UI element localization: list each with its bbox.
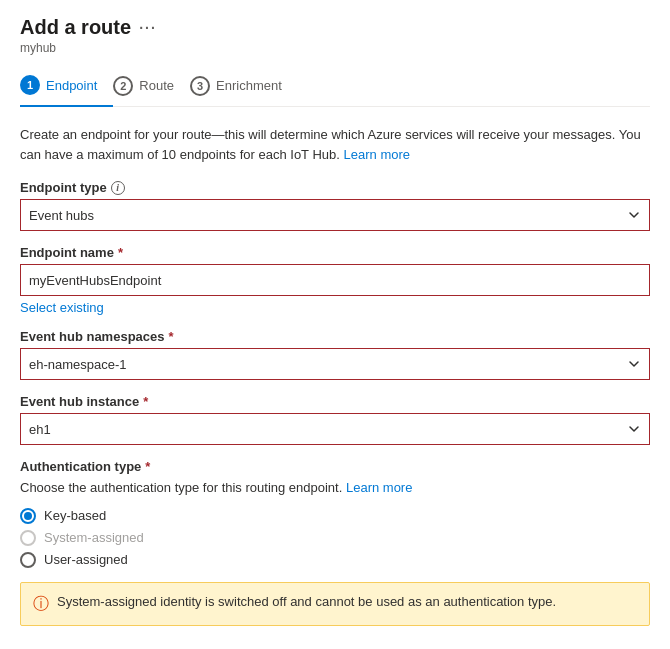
endpoint-type-label: Endpoint type i xyxy=(20,180,650,195)
auth-description: Choose the authentication type for this … xyxy=(20,478,650,498)
event-hub-namespaces-chevron[interactable] xyxy=(618,348,650,380)
step-route-label: Route xyxy=(139,78,174,93)
step-enrichment-circle: 3 xyxy=(190,76,210,96)
event-hub-namespaces-wrapper: eh-namespace-1 xyxy=(20,348,650,380)
step-route[interactable]: 2 Route xyxy=(113,68,190,106)
warning-banner: ⓘ System-assigned identity is switched o… xyxy=(20,582,650,626)
title-text: Add a route xyxy=(20,16,131,39)
endpoint-name-input[interactable] xyxy=(20,264,650,296)
step-endpoint[interactable]: 1 Endpoint xyxy=(20,67,113,107)
learn-more-link[interactable]: Learn more xyxy=(344,147,410,162)
page-title: Add a route ··· xyxy=(20,16,650,39)
radio-user-assigned-circle xyxy=(20,552,36,568)
radio-system-assigned-circle xyxy=(20,530,36,546)
radio-key-based-label: Key-based xyxy=(44,508,106,523)
description: Create an endpoint for your route—this w… xyxy=(20,125,650,164)
select-existing-link[interactable]: Select existing xyxy=(20,300,104,315)
radio-system-assigned: System-assigned xyxy=(20,530,650,546)
endpoint-type-select[interactable]: Event hubs xyxy=(20,199,650,231)
ellipsis-menu[interactable]: ··· xyxy=(139,20,157,36)
endpoint-name-group: Endpoint name * Select existing xyxy=(20,245,650,315)
auth-radio-group: Key-based System-assigned User-assigned xyxy=(20,508,650,568)
endpoint-type-info-icon[interactable]: i xyxy=(111,181,125,195)
radio-user-assigned[interactable]: User-assigned xyxy=(20,552,650,568)
step-enrichment-label: Enrichment xyxy=(216,78,282,93)
endpoint-type-wrapper: Event hubs xyxy=(20,199,650,231)
event-hub-namespaces-select[interactable]: eh-namespace-1 xyxy=(20,348,650,380)
warning-icon: ⓘ xyxy=(33,594,49,615)
event-hub-namespaces-group: Event hub namespaces * eh-namespace-1 xyxy=(20,329,650,380)
event-hub-instance-group: Event hub instance * eh1 xyxy=(20,394,650,445)
event-hub-instance-wrapper: eh1 xyxy=(20,413,650,445)
step-route-circle: 2 xyxy=(113,76,133,96)
event-hub-instance-label: Event hub instance * xyxy=(20,394,650,409)
auth-type-section: Authentication type * Choose the authent… xyxy=(20,459,650,568)
endpoint-name-label: Endpoint name * xyxy=(20,245,650,260)
step-endpoint-label: Endpoint xyxy=(46,78,97,93)
auth-type-label: Authentication type * xyxy=(20,459,650,474)
event-hub-instance-chevron[interactable] xyxy=(618,413,650,445)
event-hub-instance-select[interactable]: eh1 xyxy=(20,413,650,445)
event-hub-namespaces-label: Event hub namespaces * xyxy=(20,329,650,344)
steps-nav: 1 Endpoint 2 Route 3 Enrichment xyxy=(20,67,650,107)
warning-text: System-assigned identity is switched off… xyxy=(57,593,556,611)
radio-user-assigned-label: User-assigned xyxy=(44,552,128,567)
step-enrichment[interactable]: 3 Enrichment xyxy=(190,68,298,106)
radio-key-based[interactable]: Key-based xyxy=(20,508,650,524)
subtitle: myhub xyxy=(20,41,650,55)
endpoint-type-chevron[interactable] xyxy=(618,199,650,231)
auth-learn-more-link[interactable]: Learn more xyxy=(346,480,412,495)
radio-system-assigned-label: System-assigned xyxy=(44,530,144,545)
radio-key-based-circle xyxy=(20,508,36,524)
endpoint-type-group: Endpoint type i Event hubs xyxy=(20,180,650,231)
step-endpoint-circle: 1 xyxy=(20,75,40,95)
